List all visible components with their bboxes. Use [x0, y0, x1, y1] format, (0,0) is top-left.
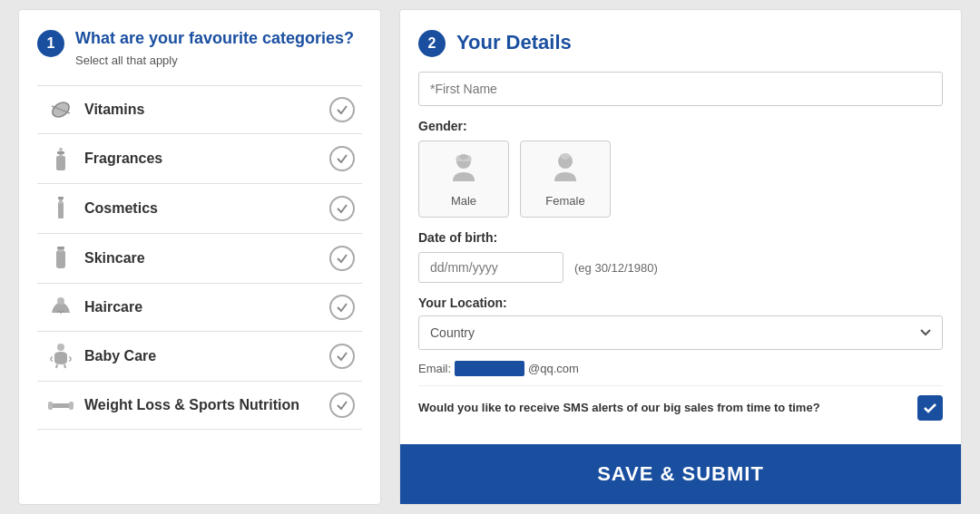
- svg-line-17: [56, 364, 57, 368]
- your-details-title: Your Details: [456, 31, 572, 54]
- location-label: Your Location:: [418, 296, 943, 310]
- fragrances-icon: [44, 145, 77, 172]
- step-1-circle: 1: [37, 30, 64, 57]
- svg-rect-4: [56, 156, 65, 170]
- weightloss-check: [329, 393, 355, 418]
- category-babycare[interactable]: Baby Care: [37, 332, 362, 382]
- gender-male-button[interactable]: Male: [418, 141, 509, 218]
- category-weightloss[interactable]: Weight Loss & Sports Nutrition: [37, 382, 362, 430]
- cosmetics-icon: [44, 195, 77, 222]
- categories-title-block: What are your favourite categories? Sele…: [75, 28, 362, 71]
- category-vitamins-label: Vitamins: [84, 102, 329, 118]
- svg-rect-12: [56, 250, 65, 268]
- step-2-circle: 2: [418, 30, 446, 57]
- gender-row: Male Female: [418, 141, 943, 218]
- save-submit-button[interactable]: SAVE & SUBMIT: [400, 444, 961, 504]
- right-section-header: 2 Your Details: [418, 28, 943, 57]
- category-cosmetics-label: Cosmetics: [84, 200, 329, 217]
- haircare-check: [329, 295, 355, 320]
- male-icon: [447, 150, 480, 190]
- sms-checkbox[interactable]: [917, 395, 943, 421]
- categories-title: What are your favourite categories? Sele…: [75, 28, 362, 71]
- svg-rect-21: [69, 402, 74, 410]
- vitamins-icon: [44, 97, 77, 122]
- category-skincare[interactable]: Skincare: [37, 234, 362, 284]
- category-skincare-label: Skincare: [84, 250, 329, 267]
- email-label: Email:: [418, 362, 451, 375]
- category-list: Vitamins Fragrances: [37, 85, 362, 430]
- svg-rect-11: [58, 197, 64, 199]
- category-haircare-label: Haircare: [84, 299, 329, 315]
- female-icon: [549, 150, 582, 190]
- categories-panel: 1 What are your favourite categories? Se…: [18, 9, 381, 505]
- cosmetics-check: [329, 196, 355, 221]
- svg-point-15: [57, 297, 64, 305]
- fragrances-check: [329, 146, 355, 171]
- first-name-input[interactable]: [418, 72, 943, 106]
- gender-female-button[interactable]: Female: [520, 141, 611, 218]
- weightloss-icon: [44, 393, 77, 418]
- country-select[interactable]: Country: [418, 315, 943, 350]
- svg-rect-8: [60, 148, 62, 150]
- dob-hint: (eg 30/12/1980): [574, 261, 658, 275]
- svg-point-16: [57, 344, 64, 351]
- svg-line-18: [64, 364, 65, 368]
- haircare-icon: [44, 295, 77, 320]
- svg-rect-19: [50, 403, 72, 408]
- category-babycare-label: Baby Care: [84, 348, 329, 364]
- gender-label: Gender:: [418, 119, 943, 133]
- svg-rect-9: [58, 202, 64, 218]
- category-cosmetics[interactable]: Cosmetics: [37, 184, 362, 234]
- dob-input[interactable]: [418, 252, 564, 283]
- email-row: Email: ■■■■■■■ @qq.com: [418, 361, 943, 376]
- left-section-header: 1 What are your favourite categories? Se…: [37, 28, 362, 71]
- female-label: Female: [545, 194, 584, 208]
- category-haircare[interactable]: Haircare: [37, 284, 362, 332]
- category-fragrances[interactable]: Fragrances: [37, 134, 362, 184]
- babycare-icon: [44, 343, 77, 370]
- category-weightloss-label: Weight Loss & Sports Nutrition: [84, 397, 329, 413]
- svg-rect-20: [48, 402, 53, 410]
- skincare-icon: [44, 245, 77, 272]
- dob-row: (eg 30/12/1980): [418, 252, 943, 283]
- category-fragrances-label: Fragrances: [84, 150, 329, 167]
- category-vitamins[interactable]: Vitamins: [37, 86, 362, 134]
- male-label: Male: [451, 194, 476, 208]
- details-panel: 2 Your Details Gender: Male: [399, 9, 962, 505]
- svg-rect-14: [57, 247, 64, 249]
- sms-row: Would you like to receive SMS alerts of …: [418, 385, 943, 430]
- dob-label: Date of birth:: [418, 230, 943, 245]
- email-blurred: ■■■■■■■: [455, 361, 524, 376]
- babycare-check: [329, 344, 355, 369]
- skincare-check: [329, 246, 355, 271]
- sms-text: Would you like to receive SMS alerts of …: [418, 400, 908, 416]
- svg-rect-6: [57, 151, 64, 154]
- categories-subtitle: Select all that apply: [75, 53, 178, 67]
- vitamins-check: [329, 97, 355, 122]
- email-domain: @qq.com: [528, 362, 579, 375]
